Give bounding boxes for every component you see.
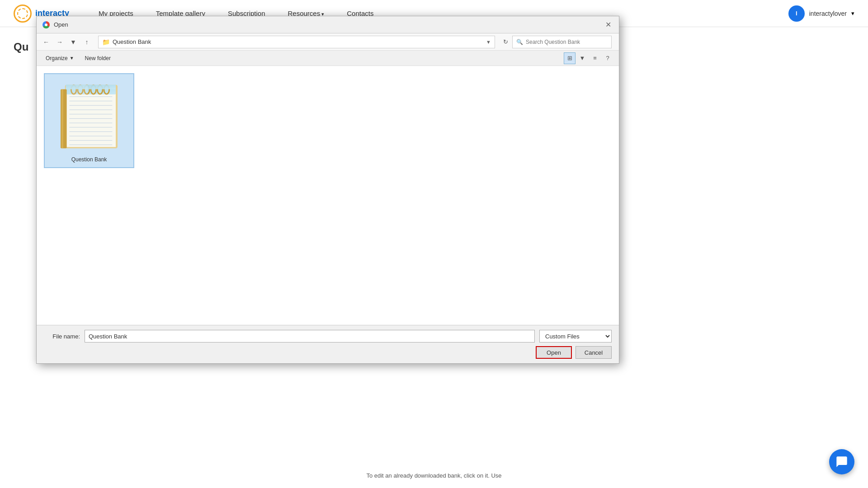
file-icon-notebook [48,78,130,155]
search-input[interactable] [526,39,608,45]
address-bar: 📁 Question Bank ▼ [98,36,495,48]
svg-rect-24 [61,89,63,148]
forward-button[interactable]: → [54,36,66,48]
filename-label: File name: [44,333,80,340]
dialog-address-toolbar: ← → ▼ ↑ 📁 Question Bank ▼ ↻ 🔍 [37,33,619,51]
search-bar: 🔍 [512,36,612,48]
page-title: Qu [14,41,28,53]
footer-buttons: Open Cancel [44,346,612,359]
view-large-icons-button[interactable]: ⊞ [564,52,576,64]
file-item-label: Question Bank [71,156,107,163]
view-details-button[interactable]: ≡ [589,52,601,64]
dialog-footer: File name: Custom Files Open Cancel [37,325,619,363]
bottom-hint: To edit an already downloaded bank, clic… [366,472,501,479]
new-folder-label: New folder [85,55,111,61]
user-chevron[interactable]: ▾ [851,10,854,17]
refresh-button[interactable]: ↻ [500,37,510,47]
address-text: Question Bank [113,38,483,45]
dialog-content: Question Bank [37,66,619,325]
address-dropdown-chevron[interactable]: ▼ [486,39,491,45]
organize-button[interactable]: Organize ▼ [42,54,78,63]
search-icon: 🔍 [516,39,523,45]
chrome-icon [42,21,50,29]
view-icons-area: ⊞ ▼ ≡ ? [564,52,613,64]
dialog-main: Question Bank [37,66,619,325]
header-right: I interactylover ▾ [788,5,854,22]
footer-filename-row: File name: Custom Files [44,330,612,343]
folder-icon: 📁 [102,38,110,46]
bottom-hint-text: To edit an already downloaded bank, clic… [366,472,501,479]
back-button[interactable]: ← [40,36,52,48]
filetype-select[interactable]: Custom Files [539,330,612,343]
file-item[interactable]: Question Bank [44,73,134,168]
organize-arrow: ▼ [70,56,74,61]
dialog-titlebar: Open ✕ [37,16,619,33]
chat-button[interactable] [829,449,854,474]
open-button[interactable]: Open [536,346,572,359]
user-avatar: I [788,5,805,22]
view-help-button[interactable]: ? [602,52,613,64]
view-dropdown-button[interactable]: ▼ [576,52,588,64]
file-dialog: Open ✕ ← → ▼ ↑ 📁 Question Bank ▼ ↻ 🔍 Org… [36,16,619,364]
organize-label: Organize [46,55,68,61]
logo-icon [14,5,32,23]
svg-rect-1 [66,89,116,147]
up-button[interactable]: ↑ [81,36,93,48]
filename-input[interactable] [85,330,535,343]
dialog-close-button[interactable]: ✕ [603,19,613,30]
cancel-button[interactable]: Cancel [576,346,612,359]
recent-button[interactable]: ▼ [67,36,79,48]
svg-rect-22 [66,84,88,94]
dialog-title: Open [54,21,68,28]
new-folder-button[interactable]: New folder [81,54,114,63]
dialog-organize-toolbar: Organize ▼ New folder ⊞ ▼ ≡ ? [37,51,619,66]
user-name: interactylover [809,10,847,17]
